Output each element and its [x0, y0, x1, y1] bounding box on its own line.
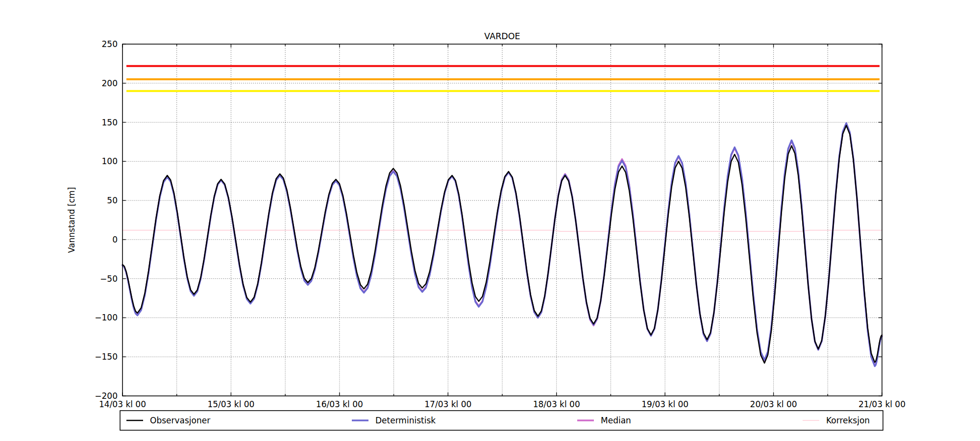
- x-tick-label: 17/03 kl 00: [424, 399, 471, 409]
- legend-label-deterministisk: Deterministisk: [375, 416, 436, 425]
- threshold-lines: [126, 66, 880, 91]
- y-axis-label: Vannstand [cm]: [67, 187, 76, 253]
- legend-label-korreksjon: Korreksjon: [826, 416, 870, 425]
- legend: ObservasjonerDeterministiskMedianKorreks…: [120, 411, 883, 430]
- y-tick-label: 150: [102, 118, 118, 127]
- y-tick-label: 250: [102, 39, 118, 49]
- y-tick-label: 50: [107, 196, 118, 205]
- y-tick-label: −50: [100, 274, 118, 284]
- legend-box: [120, 411, 883, 430]
- y-tick-label: −150: [95, 352, 118, 362]
- tide-chart: 14/03 kl 0015/03 kl 0016/03 kl 0017/03 k…: [0, 0, 980, 441]
- y-tick-label: 0: [112, 235, 118, 245]
- x-tick-label: 20/03 kl 00: [750, 399, 797, 409]
- y-tick-label: 200: [102, 78, 118, 88]
- y-tick-label: 100: [102, 156, 118, 166]
- x-tick-label: 16/03 kl 00: [316, 399, 363, 409]
- y-tick-label: −200: [95, 391, 118, 401]
- gridlines: [122, 44, 882, 396]
- x-tick-label: 21/03 kl 00: [858, 399, 906, 409]
- x-tick-label: 15/03 kl 00: [207, 399, 254, 409]
- x-tick-label: 18/03 kl 00: [533, 399, 580, 409]
- chart-title: VARDOE: [484, 31, 520, 41]
- tide-forecast-page: 14/03 kl 0015/03 kl 0016/03 kl 0017/03 k…: [0, 0, 980, 441]
- y-tick-label: −100: [95, 313, 118, 322]
- x-tick-labels: 14/03 kl 0015/03 kl 0016/03 kl 0017/03 k…: [99, 399, 906, 409]
- x-tick-label: 19/03 kl 00: [641, 399, 688, 409]
- y-tick-labels: −200−150−100−50050100150200250: [95, 39, 118, 401]
- legend-label-median: Median: [601, 416, 631, 425]
- x-tick-label: 14/03 kl 00: [99, 399, 146, 409]
- legend-label-observasjoner: Observasjoner: [150, 416, 210, 425]
